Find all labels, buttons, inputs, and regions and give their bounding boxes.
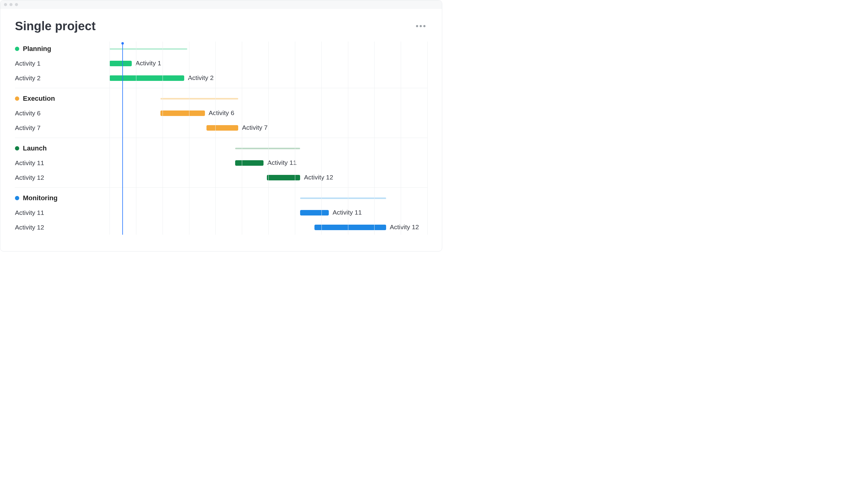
activity-label[interactable]: Activity 6 (15, 106, 110, 121)
activity-bar-label: Activity 12 (304, 174, 333, 181)
gantt-chart: Planning Activity 1 Activity 1 Activity … (15, 41, 427, 235)
group-color-dot (15, 146, 19, 150)
app-window: Single project Planning Activity 1 (0, 0, 442, 252)
group-summary-bar[interactable] (235, 148, 300, 149)
more-dots-icon (416, 25, 418, 27)
group-label-planning[interactable]: Planning (15, 41, 110, 56)
activity-label[interactable]: Activity 2 (15, 71, 110, 85)
more-dots-icon (420, 25, 422, 27)
activity-bar[interactable] (161, 110, 205, 116)
group-summary-track (110, 41, 427, 56)
activity-track: Activity 1 (110, 56, 427, 71)
activity-label[interactable]: Activity 11 (15, 156, 110, 170)
traffic-light-close[interactable] (4, 3, 7, 6)
more-options-button[interactable] (414, 23, 427, 29)
activity-label[interactable]: Activity 12 (15, 170, 110, 185)
activity-bar-label: Activity 6 (209, 109, 234, 117)
activity-track: Activity 11 (110, 156, 427, 170)
activity-track: Activity 7 (110, 121, 427, 135)
activity-bar[interactable] (110, 61, 132, 66)
activity-track: Activity 12 (110, 170, 427, 185)
activity-track: Activity 6 (110, 106, 427, 121)
group-summary-track (110, 141, 427, 156)
more-dots-icon (423, 25, 425, 27)
group-summary-bar[interactable] (300, 198, 386, 199)
activity-bar[interactable] (314, 225, 386, 230)
page-title: Single project (15, 19, 96, 33)
activity-label[interactable]: Activity 12 (15, 220, 110, 235)
activity-label[interactable]: Activity 1 (15, 56, 110, 71)
activity-bar[interactable] (267, 175, 300, 180)
group-color-dot (15, 196, 19, 200)
activity-bar[interactable] (300, 210, 329, 215)
window-titlebar (0, 0, 442, 9)
activity-label[interactable]: Activity 11 (15, 205, 110, 220)
traffic-light-zoom[interactable] (15, 3, 18, 6)
group-summary-bar[interactable] (161, 98, 238, 100)
group-color-dot (15, 97, 19, 101)
group-summary-track (110, 191, 427, 205)
group-separator (15, 138, 427, 138)
activity-bar[interactable] (110, 76, 184, 81)
activity-bar-label: Activity 12 (390, 223, 419, 231)
group-name: Planning (23, 45, 51, 53)
activity-bar-label: Activity 11 (268, 159, 297, 166)
activity-track: Activity 2 (110, 71, 427, 85)
group-summary-track (110, 91, 427, 106)
activity-bar[interactable] (235, 160, 264, 166)
group-name: Monitoring (23, 194, 58, 202)
activity-track: Activity 12 (110, 220, 427, 235)
group-label-monitoring[interactable]: Monitoring (15, 191, 110, 205)
group-name: Execution (23, 94, 55, 102)
activity-bar-label: Activity 1 (135, 60, 161, 67)
group-separator (15, 88, 427, 88)
activity-bar-label: Activity 11 (332, 209, 362, 216)
group-label-launch[interactable]: Launch (15, 141, 110, 156)
activity-bar-label: Activity 2 (188, 74, 214, 81)
activity-bar[interactable] (206, 125, 238, 131)
content-area: Single project Planning Activity 1 (0, 9, 442, 235)
activity-bar-label: Activity 7 (242, 124, 268, 131)
header-row: Single project (15, 19, 427, 33)
group-color-dot (15, 47, 19, 51)
group-summary-bar[interactable] (110, 48, 187, 50)
activity-track: Activity 11 (110, 205, 427, 220)
group-name: Launch (23, 144, 46, 152)
traffic-light-minimize[interactable] (9, 3, 12, 6)
group-label-execution[interactable]: Execution (15, 91, 110, 106)
activity-label[interactable]: Activity 7 (15, 121, 110, 135)
